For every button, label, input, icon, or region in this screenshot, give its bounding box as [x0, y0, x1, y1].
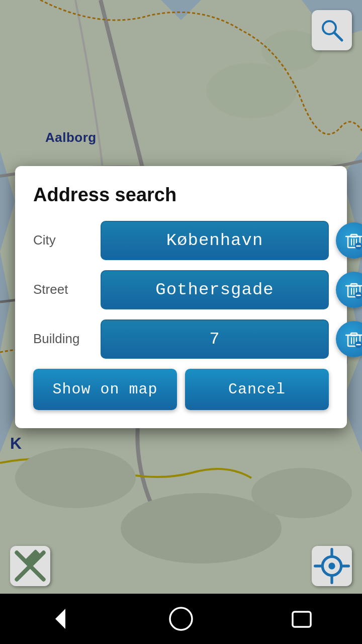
city-label: City — [33, 232, 94, 248]
building-label: Building — [33, 331, 94, 347]
building-row: Building — [33, 319, 329, 359]
street-row: Street — [33, 270, 329, 309]
city-input[interactable] — [101, 221, 329, 260]
street-input[interactable] — [101, 270, 329, 309]
svg-point-43 — [170, 608, 192, 630]
svg-marker-42 — [55, 609, 65, 629]
svg-rect-44 — [293, 612, 311, 627]
dialog-title: Address search — [33, 184, 329, 206]
back-button[interactable] — [45, 604, 75, 634]
dialog-buttons: Show on map Cancel — [33, 369, 329, 410]
cancel-button[interactable]: Cancel — [185, 369, 329, 410]
building-delete-button[interactable] — [336, 321, 362, 357]
recents-button[interactable] — [287, 604, 317, 634]
city-delete-button[interactable] — [336, 222, 362, 259]
show-on-map-button[interactable]: Show on map — [33, 369, 177, 410]
building-input[interactable] — [101, 319, 329, 359]
street-delete-button[interactable] — [336, 272, 362, 308]
city-row: City — [33, 221, 329, 260]
street-label: Street — [33, 282, 94, 297]
nav-bar — [0, 594, 362, 644]
home-button[interactable] — [166, 604, 196, 634]
dialog-backdrop: Address search City — [0, 0, 362, 594]
address-search-dialog: Address search City — [15, 166, 347, 428]
